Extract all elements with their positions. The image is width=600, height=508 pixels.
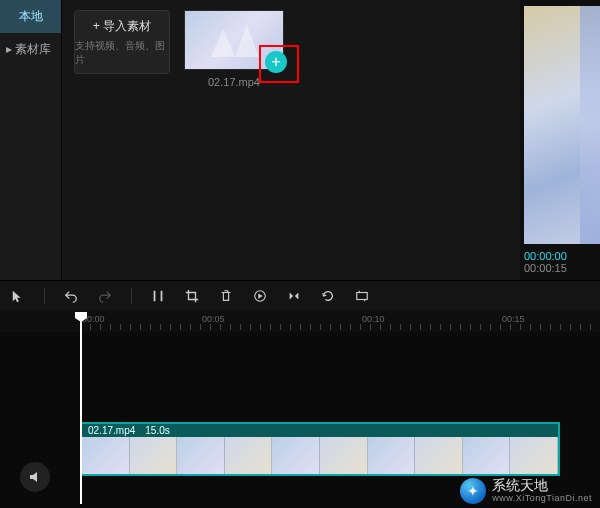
mute-track-button[interactable] [20, 462, 50, 492]
timeline-clip-filename: 02.17.mp4 [88, 425, 135, 436]
mirror-button[interactable] [286, 288, 302, 304]
clip-filename: 02.17.mp4 [208, 76, 260, 88]
clip-frame [510, 437, 558, 474]
sidebar-tab-local[interactable]: 本地 [0, 0, 61, 33]
undo-button[interactable] [63, 288, 79, 304]
redo-button [97, 288, 113, 304]
plus-icon: + [271, 53, 280, 71]
preview-total-time: 00:00:15 [524, 262, 567, 274]
svg-rect-1 [161, 290, 163, 301]
speed-button[interactable] [252, 288, 268, 304]
sidebar: 本地 ▸ 素材库 [0, 0, 62, 280]
plus-icon: + [93, 19, 100, 33]
sidebar-item-library[interactable]: ▸ 素材库 [0, 33, 61, 66]
split-button[interactable] [150, 288, 166, 304]
preview-timecode: 00:00:00 00:00:15 [520, 244, 600, 280]
sidebar-item-label: 素材库 [15, 42, 51, 56]
clip-frame [82, 437, 130, 474]
timeline-ruler[interactable]: 00:00 00:05 00:10 00:15 [0, 310, 600, 332]
timeline-clip-header: 02.17.mp4 15.0s [82, 424, 558, 437]
preview-current-time: 00:00:00 [524, 250, 567, 262]
clip-frame [225, 437, 273, 474]
preview-pane: 00:00:00 00:00:15 [520, 0, 600, 280]
clip-thumbnail[interactable]: + [184, 10, 284, 70]
separator [44, 288, 45, 304]
preview-frame [524, 6, 600, 244]
timeline-clip[interactable]: 02.17.mp4 15.0s [80, 422, 560, 476]
media-panel: + 导入素材 支持视频、音频、图片 + 02.17.mp4 [62, 0, 520, 280]
timeline-clip-frames [82, 437, 558, 474]
clip-frame [320, 437, 368, 474]
aspect-button[interactable] [354, 288, 370, 304]
ruler-tick: 00:10 [362, 314, 385, 324]
separator [131, 288, 132, 304]
ruler-tick: 00:15 [502, 314, 525, 324]
delete-button[interactable] [218, 288, 234, 304]
select-tool-button[interactable] [10, 288, 26, 304]
timeline-clip-duration: 15.0s [145, 425, 169, 436]
clip-frame [177, 437, 225, 474]
media-clip[interactable]: + 02.17.mp4 [184, 10, 284, 88]
clip-frame [272, 437, 320, 474]
toolbar [0, 280, 600, 310]
svg-rect-0 [154, 290, 156, 301]
rotate-button[interactable] [320, 288, 336, 304]
add-to-timeline-button[interactable]: + [265, 51, 287, 73]
clip-frame [415, 437, 463, 474]
timeline[interactable]: 02.17.mp4 15.0s [0, 332, 600, 508]
ruler-tick: 00:05 [202, 314, 225, 324]
import-media-button[interactable]: + 导入素材 支持视频、音频、图片 [74, 10, 170, 74]
playhead[interactable] [80, 314, 82, 504]
import-title: + 导入素材 [93, 18, 151, 35]
chevron-right-icon: ▸ [6, 42, 12, 56]
crop-button[interactable] [184, 288, 200, 304]
clip-frame [368, 437, 416, 474]
import-subtitle: 支持视频、音频、图片 [75, 39, 169, 67]
clip-frame [130, 437, 178, 474]
clip-frame [463, 437, 511, 474]
svg-rect-3 [357, 292, 368, 299]
